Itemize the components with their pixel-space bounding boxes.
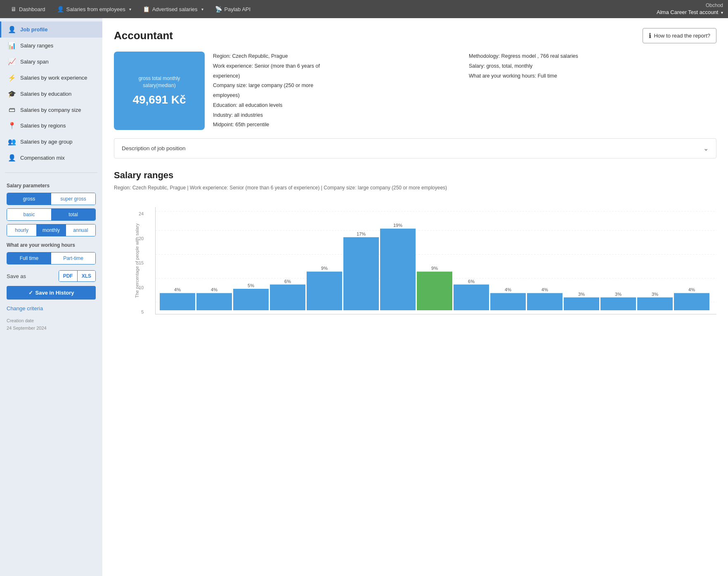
y-label-20: 20 [139,236,144,241]
chart-bar [196,293,232,310]
xls-button[interactable]: XLS [78,271,95,281]
save-as-label: Save as [7,273,55,279]
sidebar-item-regions-label: Salaries by regions [20,123,66,129]
accordion-label: Description of job position [122,145,186,151]
info-line: experience) [213,71,461,81]
company-name: Obchod [657,2,723,9]
nav-salaries-employees[interactable]: 👤 Salaries from employees ▾ [51,0,137,18]
regions-icon: 📍 [8,122,16,130]
sidebar-divider [5,172,97,173]
account-chevron-icon: ▾ [721,10,723,15]
paylab-api-icon: 📡 [215,6,222,12]
working-hours-title: What are your working hours [7,242,96,248]
y-label-24: 24 [139,211,144,216]
info-line: Company size: large company (250 or more [213,81,461,91]
checkmark-icon: ✓ [28,290,33,296]
advertised-salaries-icon: 📋 [143,6,150,12]
bar-value-label: 4% [541,287,548,292]
chevron-down-icon: ▾ [129,7,131,12]
salary-parameters-title: Salary parameters [7,183,96,189]
bar-value-label: 3% [615,292,622,297]
sidebar-item-work-experience-label: Salaries by work experience [20,75,87,81]
job-description-accordion[interactable]: Description of job position ⌄ [114,138,716,158]
sidebar-item-job-profile[interactable]: 👤 Job profile [0,21,102,38]
info-row: gross total monthly salary(median) 49,69… [114,52,716,130]
education-icon: 🎓 [8,90,16,98]
info-line: Education: all education levels [213,101,461,111]
nav-dashboard[interactable]: 🖥 Dashboard [5,0,51,18]
sidebar-item-salaries-work-experience[interactable]: ⚡ Salaries by work experience [0,70,102,86]
hourly-monthly-annual-group: hourly monthly annual [7,224,96,236]
job-profile-icon: 👤 [8,26,16,33]
chart-bar [600,297,636,310]
monthly-button[interactable]: monthly [36,224,66,236]
y-axis-labels: 24 20 15 10 5 [139,211,144,314]
accordion-chevron-icon: ⌄ [703,144,709,152]
how-to-read-button[interactable]: ℹ How to read the report? [643,28,716,43]
creation-date: Creation date 24 September 2024 [7,317,96,332]
chevron-down-icon-2: ▾ [201,7,203,12]
sidebar-item-salary-ranges[interactable]: 📊 Salary ranges [0,38,102,54]
info-details: Region: Czech Republic, PragueWork exper… [213,52,716,130]
hourly-button[interactable]: hourly [7,224,36,236]
change-criteria-link[interactable]: Change criteria [7,305,96,312]
main-content: Accountant ℹ How to read the report? gro… [102,18,728,576]
bar-value-label: 5% [248,283,254,288]
nav-advertised-salaries[interactable]: 📋 Advertised salaries ▾ [137,0,209,18]
salary-ranges-icon: 📊 [8,42,16,50]
sidebar-item-salaries-company-size[interactable]: 🗃 Salaries by company size [0,102,102,118]
info-line: employees) [213,91,461,101]
sidebar-item-salary-span-label: Salary span [20,59,49,65]
y-label-15: 15 [139,260,144,265]
info-line: Industry: all industries [213,111,461,120]
chart-bar [674,293,709,310]
sidebar-item-salaries-regions[interactable]: 📍 Salaries by regions [0,118,102,134]
part-time-button[interactable]: Part-time [51,253,95,264]
basic-button[interactable]: basic [7,209,51,220]
sidebar-item-salaries-age-group[interactable]: 👥 Salaries by age group [0,134,102,150]
save-as-row: Save as PDF XLS [7,270,96,282]
working-hours-group: Full time Part-time [7,252,96,264]
chart-bar [343,237,379,310]
basic-total-group: basic total [7,208,96,221]
sidebar-item-job-profile-label: Job profile [20,26,47,33]
sidebar-item-salaries-education[interactable]: 🎓 Salaries by education [0,86,102,102]
full-time-button[interactable]: Full time [7,253,51,264]
age-group-icon: 👥 [8,138,16,146]
bar-value-label: 3% [652,292,658,297]
nav-paylab-api[interactable]: 📡 Paylab API [209,0,257,18]
chart-svg: 4%4%5%6%9%17%19%9%6%4%4%3%3%3%4% [155,207,716,314]
info-line: Salary: gross, total, monthly [469,61,716,71]
info-line: What are your working hours: Full time [469,71,716,81]
user-info: Obchod Alma Career Test account ▾ [657,2,723,17]
sidebar-item-salary-span[interactable]: 📈 Salary span [0,54,102,70]
how-to-read-label: How to read the report? [654,33,710,39]
salary-card-value: 49,691 Kč [132,93,186,106]
info-line: Work experience: Senior (more than 6 yea… [213,61,461,71]
total-button[interactable]: total [51,209,95,220]
nav-paylab-api-label: Paylab API [225,6,251,12]
bar-value-label: 9% [431,266,438,271]
page-title-row: Accountant ℹ How to read the report? [114,28,716,43]
pdf-button[interactable]: PDF [59,271,77,281]
salary-card-label: gross total monthly salary(median) [122,75,196,89]
annual-button[interactable]: annual [66,224,95,236]
sidebar-item-compensation-mix[interactable]: 👤 Compensation mix [0,150,102,166]
gross-button[interactable]: gross [7,193,51,205]
save-history-button[interactable]: ✓ Save in History [7,286,96,300]
sidebar-item-salary-ranges-label: Salary ranges [20,42,53,49]
nav-advertised-salaries-label: Advertised salaries [152,6,198,12]
bar-value-label: 4% [211,287,217,292]
account-name[interactable]: Alma Career Test account ▾ [657,9,723,16]
pdf-xls-group: PDF XLS [59,270,96,282]
chart-bar [417,271,452,310]
top-navigation: 🖥 Dashboard 👤 Salaries from employees ▾ … [0,0,728,18]
salary-parameters-section: Salary parameters gross super gross basi… [0,176,102,335]
work-experience-icon: ⚡ [8,74,16,82]
chart-bar [270,285,305,311]
chart-bar [233,289,269,310]
super-gross-button[interactable]: super gross [51,193,95,205]
bar-value-label: 9% [321,266,328,271]
nav-dashboard-label: Dashboard [19,6,45,12]
bar-value-label: 4% [174,287,181,292]
